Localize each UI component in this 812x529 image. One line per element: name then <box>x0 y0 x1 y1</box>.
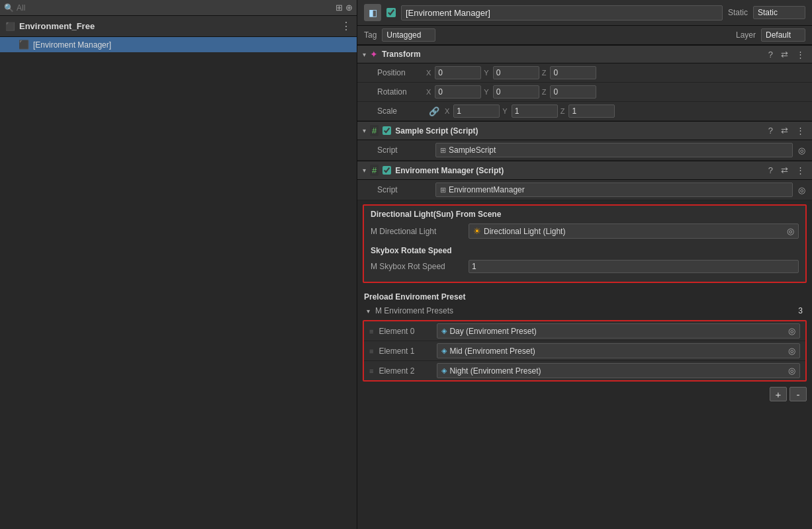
transform-settings-btn[interactable]: ⇄ <box>779 50 790 60</box>
sample-script-help-btn[interactable]: ? <box>766 126 775 136</box>
scale-y-input[interactable] <box>512 104 558 118</box>
env-manager-active-checkbox[interactable] <box>383 166 391 175</box>
element-0-text: Day (Enviroment Preset) <box>449 327 536 336</box>
env-manager-header: # Enviroment Manager (Script) ? ⇄ ⋮ <box>357 161 812 180</box>
element-1-label: Element 1 <box>379 346 431 356</box>
hierarchy-cube-icon: ⬛ <box>5 22 15 31</box>
search-add-btn[interactable]: ⊕ <box>345 3 353 13</box>
layer-dropdown[interactable]: Default <box>761 28 805 42</box>
left-panel: 🔍 ⊞ ⊕ ⬛ Environment_Free ⋮ ⬛ [Enviroment… <box>0 0 357 529</box>
rotation-row: Rotation X Y Z <box>357 83 812 102</box>
element-0-icon: ◈ <box>441 327 447 335</box>
transform-menu-btn[interactable]: ⋮ <box>794 50 807 60</box>
hierarchy-title: Environment_Free <box>19 21 341 31</box>
position-label: Position <box>377 68 424 77</box>
rotation-inputs: X Y Z <box>426 85 805 99</box>
element-0-row: ≡ Element 0 ◈ Day (Enviroment Preset) ◎ <box>364 321 805 341</box>
inspector-topbar: ◧ Static Static Not Static <box>357 0 812 26</box>
directional-target-btn[interactable]: ◎ <box>787 226 794 236</box>
search-icon: 🔍 <box>4 3 14 13</box>
element-2-drag-handle[interactable]: ≡ <box>369 367 373 375</box>
rotation-y-input[interactable] <box>493 85 539 99</box>
transform-help-btn[interactable]: ? <box>766 50 775 60</box>
rotation-z-input[interactable] <box>550 85 596 99</box>
env-manager-collapse-btn[interactable] <box>363 167 366 174</box>
env-manager-script-row: Script ⊞ EnvironmentManager ◎ <box>357 180 812 200</box>
preset-title: Preload Enviroment Preset <box>364 292 805 302</box>
scale-z-input[interactable] <box>568 104 615 118</box>
object-name-input[interactable] <box>401 5 723 20</box>
static-dropdown[interactable]: Static Not Static <box>753 6 805 19</box>
element-2-text: Night (Enviroment Preset) <box>449 366 541 376</box>
sample-script-value: SampleScript <box>449 145 496 155</box>
sample-script-settings-btn[interactable]: ⇄ <box>779 126 790 136</box>
tag-dropdown[interactable]: Untagged <box>382 28 435 42</box>
preset-collapse-btn[interactable] <box>367 307 370 315</box>
env-manager-help-btn[interactable]: ? <box>766 165 775 175</box>
sample-script-active-checkbox[interactable] <box>383 126 391 135</box>
scale-x-input[interactable] <box>453 104 500 118</box>
static-label: Static <box>728 8 748 17</box>
tree-item-enviroment-manager[interactable]: ⬛ [Enviroment Manager] <box>0 37 357 52</box>
env-manager-script-value: EnvironmentManager <box>449 185 525 194</box>
scale-link-icon: 🔗 <box>429 106 439 116</box>
sample-script-row: Script ⊞ SampleScript ◎ <box>357 140 812 161</box>
transform-collapse-btn[interactable] <box>363 51 366 58</box>
skybox-header: Skybox Rotate Speed <box>364 242 805 258</box>
search-input[interactable] <box>17 3 333 13</box>
sample-script-menu-btn[interactable]: ⋮ <box>794 126 807 136</box>
skybox-speed-input[interactable] <box>469 260 799 273</box>
transform-title: Transform <box>382 50 762 59</box>
element-1-drag-handle[interactable]: ≡ <box>369 347 373 355</box>
tree-item-cube-icon: ⬛ <box>19 40 29 50</box>
add-remove-bar: + - <box>357 384 812 404</box>
env-manager-script-label: Script <box>377 185 430 194</box>
position-z-axis: Z <box>542 69 547 77</box>
preset-count: 3 <box>783 306 803 315</box>
scale-label: Scale <box>377 106 424 116</box>
tree-item-label: [Enviroment Manager] <box>33 40 111 50</box>
skybox-row: M Skybox Rot Speed <box>364 258 805 276</box>
element-0-drag-handle[interactable]: ≡ <box>369 327 373 335</box>
hierarchy-menu-btn[interactable]: ⋮ <box>341 20 351 32</box>
env-manager-menu-btn[interactable]: ⋮ <box>794 165 807 175</box>
element-0-target-btn[interactable]: ◎ <box>788 326 795 336</box>
sample-script-title: Sample Script (Script) <box>395 126 762 136</box>
directional-field-label: M Directional Light <box>371 227 463 236</box>
rotation-y-axis: Y <box>484 88 488 96</box>
position-y-axis: Y <box>484 69 488 77</box>
transform-color-icon: ✦ <box>370 49 378 60</box>
env-manager-file-icon: ⊞ <box>440 186 446 194</box>
rotation-x-input[interactable] <box>435 85 481 99</box>
sample-script-target-btn[interactable]: ◎ <box>798 145 805 155</box>
element-1-target-btn[interactable]: ◎ <box>788 346 795 356</box>
search-filter-btn[interactable]: ⊞ <box>336 3 343 13</box>
element-0-value: ◈ Day (Enviroment Preset) ◎ <box>437 323 800 339</box>
env-manager-title: Enviroment Manager (Script) <box>395 166 762 175</box>
env-manager-target-btn[interactable]: ◎ <box>798 185 805 195</box>
element-1-icon: ◈ <box>441 346 447 355</box>
element-1-text: Mid (Enviroment Preset) <box>449 346 535 356</box>
object-active-checkbox[interactable] <box>386 8 396 17</box>
preset-array-row: M Enviroment Presets 3 <box>364 304 805 317</box>
scale-y-axis: Y <box>502 107 507 115</box>
add-element-btn[interactable]: + <box>770 387 787 401</box>
rotation-label: Rotation <box>377 87 424 97</box>
preset-elements-border: ≡ Element 0 ◈ Day (Enviroment Preset) ◎ … <box>363 320 807 382</box>
sample-script-field: ⊞ SampleScript <box>435 143 793 157</box>
sample-script-collapse-btn[interactable] <box>363 127 366 134</box>
position-x-input[interactable] <box>435 66 481 79</box>
position-y-input[interactable] <box>493 66 539 79</box>
search-bar: 🔍 ⊞ ⊕ <box>0 0 357 16</box>
remove-element-btn[interactable]: - <box>789 387 807 401</box>
position-z-input[interactable] <box>550 66 596 79</box>
env-manager-settings-btn[interactable]: ⇄ <box>779 165 790 175</box>
element-2-target-btn[interactable]: ◎ <box>788 366 795 376</box>
directional-header: Directional Light(Sun) From Scene <box>364 206 805 222</box>
sample-script-hash-icon: # <box>370 125 379 136</box>
position-row: Position X Y Z <box>357 63 812 83</box>
env-manager-script-field: ⊞ EnvironmentManager <box>435 183 793 197</box>
element-0-label: Element 0 <box>379 327 431 336</box>
tag-label: Tag <box>364 30 377 40</box>
scale-inputs: X Y Z <box>445 104 805 118</box>
